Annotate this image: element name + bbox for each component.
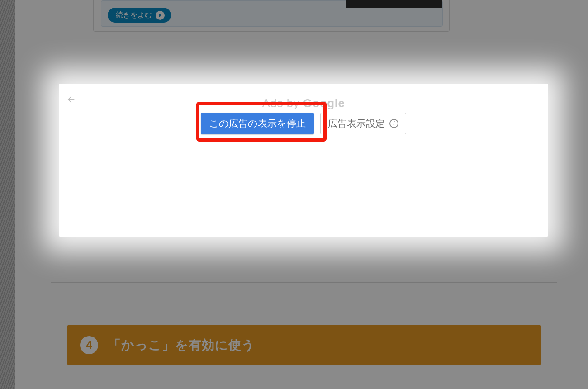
ads-by-google-label: Ads by Google xyxy=(59,96,548,110)
ad-buttons-row: この広告の表示を停止 広告表示設定 i xyxy=(59,113,548,134)
ad-settings-button[interactable]: 広告表示設定 i xyxy=(320,113,406,134)
ad-settings-label: 広告表示設定 xyxy=(328,117,385,130)
stop-ad-button[interactable]: この広告の表示を停止 xyxy=(201,113,314,134)
ads-by-prefix: Ads by xyxy=(262,96,303,110)
ad-feedback-panel: Ads by Google この広告の表示を停止 広告表示設定 i xyxy=(59,84,548,237)
ads-by-brand: Google xyxy=(303,96,345,110)
info-icon: i xyxy=(389,119,398,128)
